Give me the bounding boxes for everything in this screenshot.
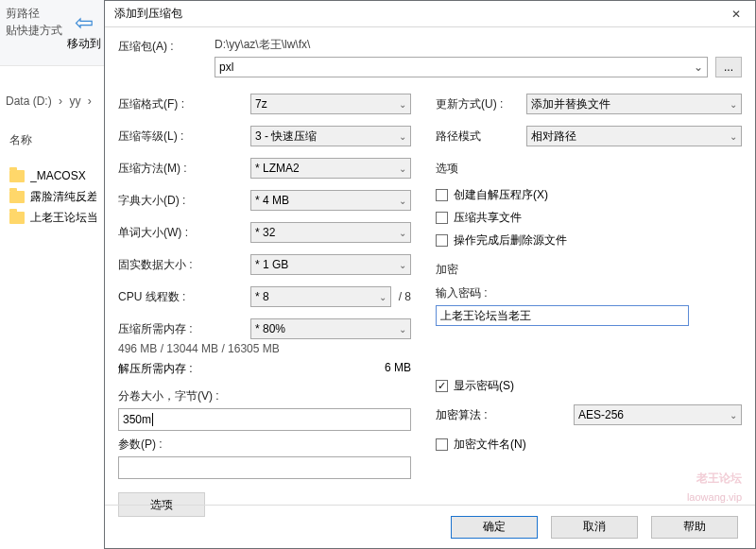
chevron-down-icon: ⌄ — [399, 324, 406, 335]
chevron-down-icon: ⌄ — [399, 131, 406, 142]
text-caret — [152, 413, 153, 426]
solid-combo[interactable]: * 1 GB⌄ — [250, 254, 411, 275]
show-password-checkbox[interactable]: 显示密码(S) — [436, 375, 742, 396]
close-icon: ✕ — [731, 8, 741, 21]
memdecomp-label: 解压所需内存 : — [118, 361, 193, 377]
chevron-down-icon: ⌄ — [694, 60, 703, 74]
level-label: 压缩等级(L) : — [118, 129, 250, 145]
method-combo[interactable]: * LZMA2⌄ — [250, 158, 411, 179]
memcomp-label: 压缩所需内存 : — [118, 321, 250, 337]
chevron-down-icon: ⌄ — [399, 228, 406, 238]
update-mode-combo[interactable]: 添加并替换文件⌄ — [526, 94, 742, 114]
ribbon-text-2: 贴快捷方式 — [6, 23, 62, 39]
format-combo[interactable]: 7z⌄ — [250, 94, 411, 114]
method-label: 压缩方法(M) : — [118, 161, 250, 177]
format-label: 压缩格式(F) : — [118, 96, 250, 112]
encrypt-names-checkbox[interactable]: 加密文件名(N) — [436, 434, 742, 455]
memory-percent-combo[interactable]: * 80%⌄ — [250, 318, 411, 339]
list-item[interactable]: 露脸清纯反差 — [9, 186, 102, 207]
dialog-footer: 确定 取消 帮助 — [105, 505, 755, 548]
chevron-down-icon: ⌄ — [730, 410, 737, 420]
move-to-icon: ⇦ — [66, 9, 102, 36]
dict-label: 字典大小(D) : — [118, 193, 250, 209]
shared-checkbox[interactable]: 压缩共享文件 — [436, 207, 742, 228]
chevron-down-icon: ⌄ — [399, 163, 406, 174]
algorithm-label: 加密算法 : — [436, 407, 549, 423]
chevron-down-icon: ⌄ — [379, 292, 387, 302]
split-size-input[interactable]: 350m — [118, 408, 411, 431]
folder-icon — [9, 170, 25, 182]
chevron-down-icon: ⌄ — [730, 99, 737, 110]
list-item[interactable]: _MACOSX — [9, 165, 102, 186]
dict-combo[interactable]: * 4 MB⌄ — [250, 190, 411, 211]
memdecomp-value: 6 MB — [385, 361, 411, 377]
dialog-title: 添加到压缩包 — [114, 6, 717, 22]
folder-icon — [9, 191, 25, 203]
word-label: 单词大小(W) : — [118, 225, 250, 241]
cancel-button[interactable]: 取消 — [551, 516, 638, 539]
help-button[interactable]: 帮助 — [651, 516, 738, 539]
column-name[interactable]: 名称 — [9, 132, 102, 148]
chevron-down-icon: ⌄ — [730, 131, 737, 142]
level-combo[interactable]: 3 - 快速压缩⌄ — [250, 126, 411, 146]
ok-button[interactable]: 确定 — [451, 516, 538, 539]
encryption-section-head: 加密 — [436, 262, 742, 278]
cpu-label: CPU 线程数 : — [118, 289, 250, 305]
ribbon-text-1: 剪路径 — [6, 6, 40, 22]
add-to-archive-dialog: 添加到压缩包 ✕ 压缩包(A) : D:\yy\az\老王\lw\fx\ pxl… — [104, 0, 756, 549]
update-label: 更新方式(U) : — [436, 96, 526, 112]
close-button[interactable]: ✕ — [717, 1, 755, 26]
param-input[interactable] — [118, 456, 411, 479]
word-combo[interactable]: * 32⌄ — [250, 222, 411, 243]
move-to-button[interactable]: ⇦ 移动到 — [66, 9, 102, 52]
chevron-down-icon: ⌄ — [399, 99, 406, 110]
password-input[interactable]: 上老王论坛当老王 — [436, 305, 689, 326]
browse-button[interactable]: ... — [715, 57, 742, 77]
chevron-down-icon: ⌄ — [399, 260, 406, 270]
path-mode-combo[interactable]: 相对路径⌄ — [526, 126, 742, 146]
explorer-bg: 剪路径 贴快捷方式 ⇦ 移动到 Data (D:) › yy › 名称 _MAC… — [0, 0, 104, 549]
breadcrumb[interactable]: Data (D:) › yy › — [4, 94, 94, 108]
move-to-label: 移动到 — [66, 36, 102, 52]
cpu-total: / 8 — [399, 290, 411, 303]
pathmode-label: 路径模式 — [436, 129, 526, 145]
param-label: 参数(P) : — [118, 437, 411, 453]
list-item[interactable]: 上老王论坛当 — [9, 207, 102, 228]
cpu-combo[interactable]: * 8⌄ — [250, 286, 391, 307]
delete-after-checkbox[interactable]: 操作完成后删除源文件 — [436, 230, 742, 250]
options-section-head: 选项 — [436, 161, 742, 177]
algorithm-combo[interactable]: AES-256⌄ — [574, 404, 742, 425]
archive-name-combo[interactable]: pxl ⌄ — [215, 57, 708, 77]
titlebar: 添加到压缩包 ✕ — [105, 1, 755, 27]
password-label: 输入密码 : — [436, 285, 742, 301]
file-list: 名称 _MACOSX 露脸清纯反差 上老王论坛当 — [9, 132, 102, 228]
folder-icon — [9, 212, 25, 224]
archive-label: 压缩包(A) : — [118, 37, 215, 55]
sfx-checkbox[interactable]: 创建自解压程序(X) — [436, 184, 742, 205]
split-label: 分卷大小，字节(V) : — [118, 388, 411, 404]
solid-label: 固实数据大小 : — [118, 257, 250, 273]
archive-path: D:\yy\az\老王\lw\fx\ — [215, 37, 742, 53]
memcomp-values: 496 MB / 13044 MB / 16305 MB — [118, 342, 411, 357]
chevron-down-icon: ⌄ — [399, 196, 406, 206]
